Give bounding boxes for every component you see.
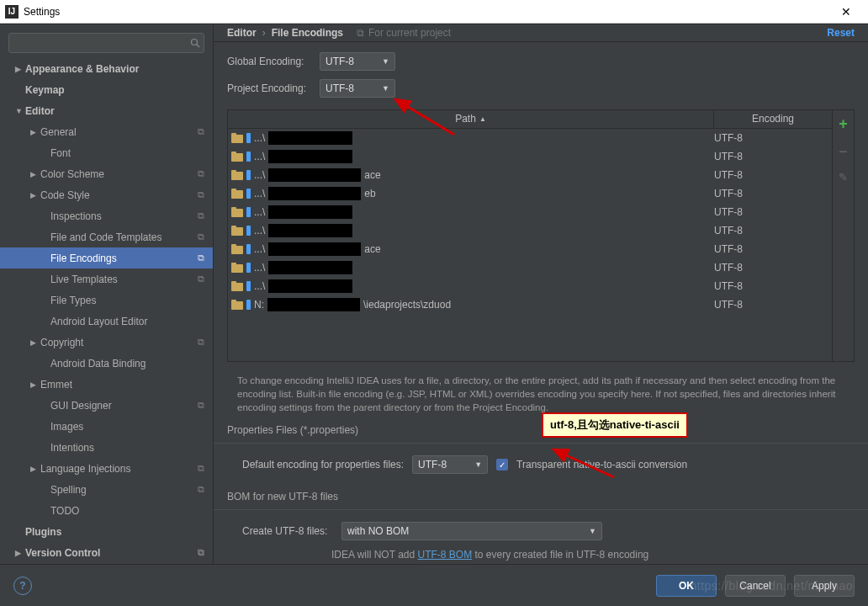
table-header-path[interactable]: Path ▲ [228, 110, 714, 128]
path-cell: ...\ace [228, 242, 714, 256]
sidebar-item-plugins[interactable]: Plugins [0, 521, 213, 542]
table-row[interactable]: ...\UTF-8 [228, 221, 832, 240]
search-input[interactable] [8, 33, 204, 53]
sidebar-item-live-templates[interactable]: Live Templates⧉ [0, 268, 213, 290]
sidebar-item-label: Font [50, 147, 71, 159]
encoding-cell[interactable]: UTF-8 [714, 225, 832, 237]
sidebar-item-inspections[interactable]: Inspections⧉ [0, 205, 213, 226]
table-row[interactable]: ...\UTF-8 [228, 258, 832, 277]
table-row[interactable]: ...\UTF-8 [228, 129, 832, 147]
sidebar-item-android-data-binding[interactable]: Android Data Binding [0, 353, 213, 374]
utf8-bom-link[interactable]: UTF-8 BOM [417, 549, 472, 561]
redacted-text [268, 224, 352, 237]
folder-icon [231, 170, 243, 180]
sidebar-item-label: File Types [50, 295, 96, 306]
encoding-cell[interactable]: UTF-8 [714, 188, 832, 199]
table-row[interactable]: ...\UTF-8 [228, 203, 832, 221]
sidebar-item-file-encodings[interactable]: File Encodings⧉ [0, 247, 213, 268]
sidebar-item-color-scheme[interactable]: ▶Color Scheme⧉ [0, 163, 213, 184]
encoding-cell[interactable]: UTF-8 [714, 151, 832, 162]
encoding-cell[interactable]: UTF-8 [714, 299, 832, 311]
native-to-ascii-label[interactable]: Transparent native-to-ascii conversion [516, 459, 687, 470]
native-to-ascii-checkbox[interactable]: ✓ [496, 459, 508, 470]
redacted-text [268, 242, 361, 256]
svg-line-1 [197, 45, 199, 47]
table-header-encoding[interactable]: Encoding [714, 110, 832, 128]
window-close-button[interactable]: ✕ [829, 5, 863, 19]
sidebar-item-copyright[interactable]: ▶Copyright⧉ [0, 332, 213, 353]
project-encoding-combo[interactable]: UTF-8 ▼ [320, 79, 395, 98]
encoding-cell[interactable]: UTF-8 [714, 132, 832, 144]
sidebar-item-label: General [40, 126, 77, 138]
encoding-cell[interactable]: UTF-8 [714, 243, 832, 255]
redacted-text [268, 187, 361, 200]
folder-icon [231, 244, 243, 254]
chevron-right-icon: ▶ [30, 170, 40, 178]
project-scope-icon: ⧉ [198, 547, 204, 558]
module-badge-icon [246, 152, 251, 162]
project-scope-icon: ⧉ [198, 484, 204, 495]
encoding-cell[interactable]: UTF-8 [714, 206, 832, 218]
table-row[interactable]: ...\UTF-8 [228, 147, 832, 166]
sidebar-item-keymap[interactable]: Keymap [0, 79, 213, 100]
global-encoding-label: Global Encoding: [227, 56, 320, 67]
redacted-text [268, 261, 352, 274]
table-row[interactable]: ...\ebUTF-8 [228, 184, 832, 203]
global-encoding-combo[interactable]: UTF-8 ▼ [320, 52, 395, 71]
crumb-editor[interactable]: Editor [227, 27, 257, 39]
help-button[interactable]: ? [13, 577, 32, 595]
sidebar-item-file-types[interactable]: File Types [0, 290, 213, 311]
sidebar-item-spelling[interactable]: Spelling⧉ [0, 479, 213, 500]
encoding-cell[interactable]: UTF-8 [714, 280, 832, 292]
sidebar-item-gui-designer[interactable]: GUI Designer⧉ [0, 395, 213, 416]
project-scope-icon: ⧉ [198, 210, 204, 221]
folder-icon [231, 133, 243, 143]
chevron-right-icon: › [262, 27, 266, 39]
breadcrumb: Editor › File Encodings ⧉ For current pr… [214, 24, 868, 42]
sidebar-item-label: Copyright [40, 337, 83, 348]
folder-icon [231, 263, 243, 273]
edit-button[interactable]: ✎ [839, 171, 848, 183]
folder-icon [231, 207, 243, 217]
create-utf8-label: Create UTF-8 files: [242, 525, 335, 537]
main-panel: Editor › File Encodings ⧉ For current pr… [214, 24, 868, 564]
table-row[interactable]: ...\aceUTF-8 [228, 166, 832, 184]
sidebar-item-editor[interactable]: ▼Editor [0, 100, 213, 121]
separator [214, 443, 868, 444]
add-button[interactable]: + [839, 115, 848, 133]
properties-section-label: Properties Files (*.properties) [214, 421, 868, 439]
sidebar-item-version-control[interactable]: ▶Version Control⧉ [0, 542, 213, 563]
settings-tree[interactable]: ▶Appearance & BehaviorKeymap▼Editor▶Gene… [0, 58, 213, 564]
encoding-cell[interactable]: UTF-8 [714, 262, 832, 274]
sidebar-item-android-layout-editor[interactable]: Android Layout Editor [0, 311, 213, 332]
folder-icon [231, 281, 243, 291]
encoding-cell[interactable]: UTF-8 [714, 169, 832, 181]
table-row[interactable]: ...\UTF-8 [228, 277, 832, 295]
sidebar-item-appearance-behavior[interactable]: ▶Appearance & Behavior [0, 58, 213, 79]
module-badge-icon [246, 133, 251, 143]
table-row[interactable]: N:\iedaprojects\zduodUTF-8 [228, 295, 832, 314]
annotation-callout: utf-8,且勾选native-ti-ascii [542, 412, 688, 438]
sort-asc-icon: ▲ [479, 115, 486, 123]
sidebar-item-code-style[interactable]: ▶Code Style⧉ [0, 184, 213, 205]
folder-icon [231, 152, 243, 162]
sidebar-item-general[interactable]: ▶General⧉ [0, 121, 213, 142]
remove-button[interactable]: − [839, 143, 848, 161]
table-row[interactable]: ...\aceUTF-8 [228, 240, 832, 258]
sidebar-item-font[interactable]: Font [0, 142, 213, 163]
sidebar-item-intentions[interactable]: Intentions [0, 437, 213, 458]
sidebar-item-label: Intentions [50, 442, 94, 454]
settings-sidebar: ▶Appearance & BehaviorKeymap▼Editor▶Gene… [0, 24, 214, 564]
sidebar-item-language-injections[interactable]: ▶Language Injections⧉ [0, 458, 213, 479]
sidebar-item-file-and-code-templates[interactable]: File and Code Templates⧉ [0, 226, 213, 247]
create-utf8-combo[interactable]: with NO BOM ▼ [341, 522, 602, 540]
chevron-down-icon: ▼ [580, 527, 596, 535]
sidebar-item-label: Spelling [50, 484, 87, 496]
sidebar-item-todo[interactable]: TODO [0, 500, 213, 521]
default-props-encoding-combo[interactable]: UTF-8 ▼ [412, 455, 488, 474]
project-scope-icon: ⧉ [198, 126, 204, 137]
reset-link[interactable]: Reset [827, 27, 855, 39]
sidebar-item-emmet[interactable]: ▶Emmet [0, 374, 213, 395]
watermark: https://blog.csdn.net/niaonao [690, 579, 853, 593]
sidebar-item-images[interactable]: Images [0, 416, 213, 437]
